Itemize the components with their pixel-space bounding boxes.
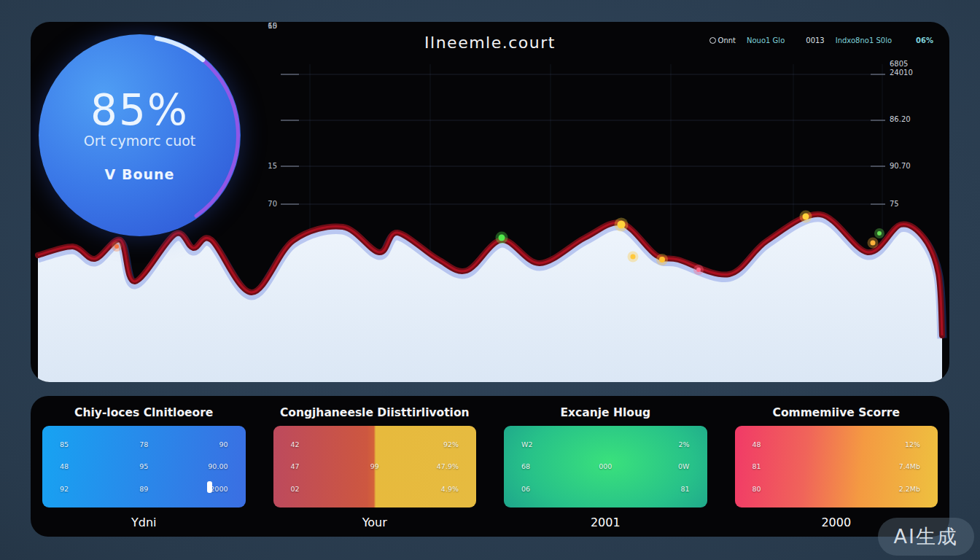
main-chart-panel: Ilneemle.court Onnt Nouo1 Glo 0013 Indxo… xyxy=(31,22,949,382)
gauge-subtitle: Ort cymorc cuot xyxy=(84,133,196,149)
mini-cell: 06 xyxy=(521,485,578,493)
legend-item[interactable]: 0013 xyxy=(806,36,824,44)
mini-cell: 2% xyxy=(634,440,690,448)
mini-cell: 81 xyxy=(752,462,809,470)
mini-cell: 0W xyxy=(634,462,690,470)
mini-cell: 7.4Mb xyxy=(864,462,920,470)
ai-generated-watermark: AI生成 xyxy=(878,518,974,556)
ring-icon xyxy=(709,37,716,44)
card-footer: 2001 xyxy=(591,516,621,529)
mini-cell: 90 xyxy=(172,440,228,448)
mini-table: 4812%817.4Mb802.2Mb xyxy=(735,426,938,508)
mini-cell: 80 xyxy=(752,485,809,493)
mini-cell: 47.9% xyxy=(402,462,459,470)
card-title: Excanje Hloug xyxy=(560,406,650,419)
mini-cell: 90.00 xyxy=(172,462,228,470)
mini-cell: 81 xyxy=(634,485,690,493)
card-title: Chiy-loces Clnitloeore xyxy=(74,406,213,419)
mini-cell: 12% xyxy=(864,440,920,448)
gauge-value: 85% xyxy=(90,89,189,131)
gauge-caption: V Boune xyxy=(105,166,175,182)
mini-cell: W2 xyxy=(521,440,578,448)
mini-cell: 68 xyxy=(521,462,578,470)
y-axis-right-label: 86.20 xyxy=(890,115,911,123)
y-axis-right-label: 75 xyxy=(890,200,899,208)
y-axis-left-label: 15 xyxy=(251,162,277,170)
mini-cell: 89 xyxy=(116,485,172,493)
mini-cell: 92 xyxy=(60,485,116,493)
legend-item[interactable]: 06% xyxy=(916,36,933,44)
legend-item[interactable]: Indxo8no1 S0lo xyxy=(836,36,892,44)
mini-cell: 47 xyxy=(291,462,347,470)
card-gradient-box: W22%680000W0681 xyxy=(504,426,707,508)
mini-cell: 000 xyxy=(578,462,634,470)
mini-cell: 4.9% xyxy=(402,485,459,493)
mini-cell: 2000 xyxy=(172,485,228,493)
mini-cell: 92% xyxy=(402,440,459,448)
stats-cards-panel: Chiy-loces Clnitloeore 857890489590.0092… xyxy=(31,396,949,537)
mini-cell: 95 xyxy=(116,462,172,470)
mini-cell: 48 xyxy=(60,462,116,470)
mini-cell: 78 xyxy=(116,440,172,448)
card-congjhaneesle[interactable]: Congjhaneesle Diisttirlivotion 4292%4799… xyxy=(273,405,477,537)
card-chiy-loces[interactable]: Chiy-loces Clnitloeore 857890489590.0092… xyxy=(42,405,246,537)
y-axis-left-label: 70 xyxy=(251,200,277,208)
mini-cell: 85 xyxy=(60,440,116,448)
y-axis-right-label: 6805 xyxy=(890,60,908,68)
percentage-gauge: 85% Ort cymorc cuot V Boune xyxy=(39,34,241,236)
y-axis-right-label: 90.70 xyxy=(890,162,911,170)
card-footer: Ydni xyxy=(131,516,157,529)
card-commemiive[interactable]: Commemiive Scorre 4812%817.4Mb802.2Mb 20… xyxy=(735,405,938,537)
card-footer: 2000 xyxy=(821,516,851,529)
mini-cell: 2.2Mb xyxy=(864,485,920,493)
chart-legend: Onnt Nouo1 Glo 0013 Indxo8no1 S0lo 06% xyxy=(709,36,933,44)
card-title: Congjhaneesle Diisttirlivotion xyxy=(280,406,470,419)
legend-item[interactable]: Onnt xyxy=(709,36,736,44)
card-gradient-box: 857890489590.0092892000 xyxy=(42,426,246,508)
mini-table: 4292%479947.9%024.9% xyxy=(273,426,477,508)
legend-item[interactable]: Nouo1 Glo xyxy=(747,36,785,44)
mini-table: W22%680000W0681 xyxy=(504,426,707,508)
card-excanje[interactable]: Excanje Hloug W22%680000W0681 2001 xyxy=(504,405,707,537)
y-axis-right-label: 24010 xyxy=(890,69,913,77)
card-footer: Your xyxy=(362,516,387,529)
mini-cell: 42 xyxy=(291,440,347,448)
mini-table: 857890489590.0092892000 xyxy=(42,426,246,508)
mini-cell: 48 xyxy=(752,440,809,448)
mini-cell: 99 xyxy=(346,462,402,470)
card-gradient-box: 4292%479947.9%024.9% xyxy=(273,426,477,508)
y-axis-left-label: 10 xyxy=(251,22,277,30)
card-title: Commemiive Scorre xyxy=(773,406,900,419)
card-gradient-box: 4812%817.4Mb802.2Mb xyxy=(735,426,938,508)
mini-cell: 02 xyxy=(291,485,347,493)
scroll-indicator xyxy=(207,481,212,493)
